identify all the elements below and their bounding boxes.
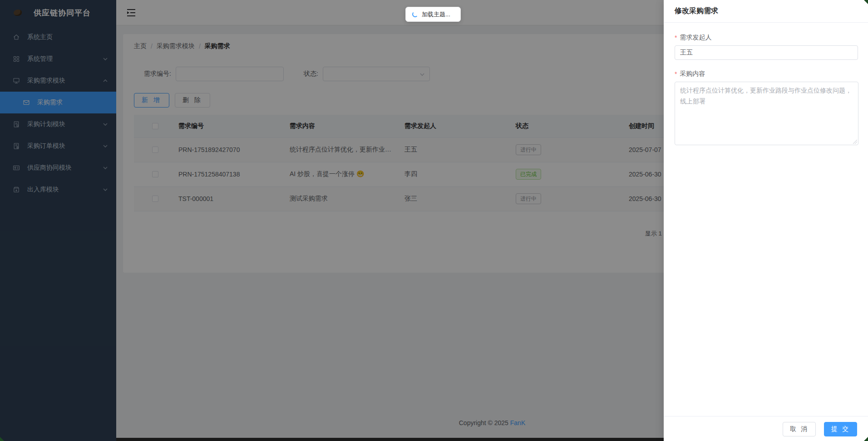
initiator-form-group: * 需求发起人 [675, 34, 858, 60]
drawer-header: 修改采购需求 [664, 0, 868, 23]
drawer-body: * 需求发起人 * 采购内容 [664, 23, 868, 147]
content-form-group: * 采购内容 [675, 70, 858, 147]
required-asterisk: * [675, 34, 677, 41]
loading-spinner-icon [412, 11, 418, 17]
drawer-title: 修改采购需求 [675, 6, 718, 16]
corner-mark-bottom-right [864, 437, 868, 441]
content-textarea[interactable] [675, 82, 858, 145]
loading-toast: 加载主题... [405, 7, 461, 22]
loading-toast-text: 加载主题... [422, 10, 450, 19]
textarea-resize-handle[interactable] [853, 140, 857, 144]
initiator-label: * 需求发起人 [675, 34, 858, 42]
content-label-text: 采购内容 [680, 70, 705, 78]
submit-button[interactable]: 提 交 [824, 422, 857, 436]
initiator-input[interactable] [675, 45, 858, 60]
drawer-footer: 取 消 提 交 [664, 416, 868, 436]
content-label: * 采购内容 [675, 70, 858, 78]
initiator-label-text: 需求发起人 [680, 34, 711, 42]
corner-mark-top-right [864, 0, 868, 4]
edit-demand-drawer: 修改采购需求 * 需求发起人 * 采购内容 [664, 0, 868, 441]
app-window: 供应链协同平台 系统主页 系统管理 采购需求模块 采购需求 [0, 0, 868, 441]
required-asterisk: * [675, 70, 677, 78]
corner-mark-bottom-left [0, 437, 4, 441]
cancel-button[interactable]: 取 消 [783, 422, 816, 436]
